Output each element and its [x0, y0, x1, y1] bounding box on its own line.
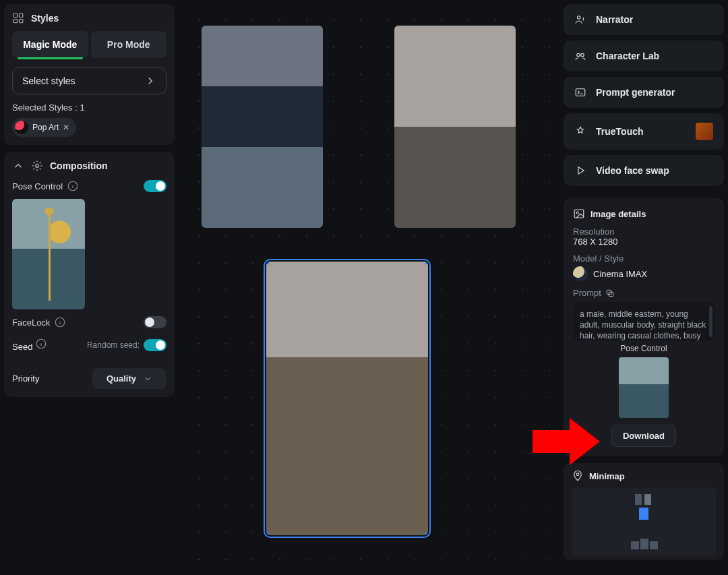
- svg-rect-3: [20, 20, 23, 23]
- tool-narrator[interactable]: Narrator: [564, 4, 724, 35]
- tab-pro-mode[interactable]: Pro Mode: [91, 31, 167, 58]
- svg-rect-1: [20, 13, 23, 17]
- svg-rect-17: [576, 89, 585, 96]
- seed-row: Seed Random seed:: [12, 338, 166, 352]
- tool-truetouch[interactable]: TrueTouch: [564, 113, 724, 150]
- svg-point-16: [581, 53, 584, 57]
- random-seed-toggle[interactable]: [144, 339, 166, 351]
- composition-header: Composition: [12, 160, 166, 172]
- canvas[interactable]: [179, 0, 559, 575]
- svg-point-14: [578, 16, 581, 20]
- canvas-image-node-selected[interactable]: [266, 262, 428, 535]
- minimap-node: [631, 541, 639, 549]
- composition-icon: [31, 160, 43, 172]
- prompt-text: a male, middle eastern, young adult, mus…: [580, 309, 706, 341]
- minimap-viewport[interactable]: [572, 487, 716, 555]
- tool-video-face-swap[interactable]: Video face swap: [564, 155, 724, 186]
- seed-label: Seed: [12, 338, 47, 352]
- random-seed-label: Random seed:: [87, 340, 140, 350]
- svg-rect-0: [13, 13, 17, 17]
- info-icon[interactable]: [35, 338, 47, 350]
- left-panel: Styles Magic Mode Pro Mode Select styles…: [0, 0, 179, 575]
- select-styles-label: Select styles: [22, 75, 75, 86]
- styles-card: Styles Magic Mode Pro Mode Select styles…: [4, 4, 175, 145]
- facelock-label: FaceLock: [12, 316, 66, 328]
- svg-point-15: [577, 53, 580, 57]
- selected-styles-count: Selected Styles : 1: [12, 102, 166, 113]
- minimap-node: [644, 494, 651, 505]
- facelock-row: FaceLock: [12, 316, 166, 328]
- tool-label: Narrator: [596, 14, 633, 25]
- scrollbar[interactable]: [709, 306, 712, 337]
- generated-image: [202, 26, 323, 228]
- priority-select[interactable]: Quality: [92, 368, 166, 389]
- play-icon: [574, 164, 586, 177]
- styles-title: Styles: [31, 13, 59, 24]
- minimap-title: Minimap: [589, 471, 625, 481]
- prompt-generator-icon: [574, 86, 586, 98]
- generated-image: [394, 26, 516, 228]
- styles-header: Styles: [12, 12, 166, 31]
- chevron-up-icon[interactable]: [12, 160, 24, 172]
- svg-point-24: [576, 473, 579, 476]
- minimap-card: Minimap: [564, 463, 724, 560]
- model-label: Model / Style: [573, 253, 715, 264]
- generated-image: [266, 262, 428, 535]
- tab-magic-mode[interactable]: Magic Mode: [12, 31, 88, 58]
- canvas-image-node[interactable]: [394, 26, 516, 228]
- svg-rect-2: [13, 20, 17, 23]
- model-value: Cinema IMAX: [593, 269, 647, 279]
- minimap-node: [635, 494, 642, 505]
- prompt-text-box[interactable]: a male, middle eastern, young adult, mus…: [573, 302, 715, 341]
- style-chip-label: Pop Art: [32, 123, 59, 132]
- facelock-toggle[interactable]: [144, 316, 166, 328]
- tool-character-lab[interactable]: Character Lab: [564, 40, 724, 71]
- image-icon: [573, 208, 585, 220]
- mode-tabs: Magic Mode Pro Mode: [12, 31, 166, 58]
- svg-point-21: [576, 212, 578, 214]
- close-icon[interactable]: ✕: [63, 123, 69, 132]
- prompt-label: Prompt: [573, 288, 601, 298]
- composition-title: Composition: [50, 160, 108, 171]
- narrator-icon: [574, 13, 586, 26]
- svg-marker-19: [578, 167, 584, 175]
- character-lab-icon: [574, 50, 586, 62]
- svg-point-4: [36, 164, 39, 168]
- minimap-node: [640, 539, 648, 549]
- pose-reference-thumbnail[interactable]: [12, 199, 85, 309]
- pose-control-toggle[interactable]: [144, 180, 166, 192]
- styles-icon: [12, 12, 24, 24]
- svg-rect-20: [574, 210, 584, 218]
- composition-card: Composition Pose Control FaceLock Seed: [4, 152, 175, 397]
- details-pose-control-thumbnail[interactable]: [619, 357, 669, 418]
- image-details-header: Image details: [573, 208, 715, 220]
- tool-prompt-generator[interactable]: Prompt generator: [564, 77, 724, 108]
- pose-control-row: Pose Control: [12, 180, 166, 192]
- info-icon[interactable]: [67, 180, 79, 192]
- style-chip-avatar: [15, 121, 28, 134]
- minimap-node-selected: [639, 508, 648, 520]
- tool-label: Character Lab: [596, 51, 659, 61]
- minimap-node: [650, 541, 658, 549]
- minimap-icon: [572, 470, 584, 482]
- truetouch-icon: [574, 125, 586, 138]
- image-details-card: Image details Resolution 768 X 1280 Mode…: [564, 198, 724, 456]
- tool-label: Prompt generator: [596, 87, 675, 98]
- tool-label: TrueTouch: [596, 126, 644, 137]
- details-pose-control-label: Pose Control: [573, 344, 715, 353]
- download-button[interactable]: Download: [611, 425, 676, 447]
- chevron-down-icon: [143, 374, 152, 384]
- resolution-value: 768 X 1280: [573, 237, 715, 247]
- truetouch-thumbnail: [696, 123, 713, 140]
- priority-value: Quality: [107, 373, 136, 384]
- canvas-image-node[interactable]: [202, 26, 323, 228]
- select-styles-button[interactable]: Select styles: [12, 67, 166, 94]
- image-details-title: Image details: [590, 209, 646, 219]
- style-chip-pop-art[interactable]: Pop Art ✕: [12, 118, 76, 137]
- info-icon[interactable]: [54, 316, 66, 328]
- copy-icon[interactable]: [605, 289, 615, 298]
- resolution-label: Resolution: [573, 226, 715, 237]
- pose-control-label: Pose Control: [12, 180, 79, 192]
- tool-label: Video face swap: [596, 165, 669, 176]
- priority-label: Priority: [12, 373, 39, 384]
